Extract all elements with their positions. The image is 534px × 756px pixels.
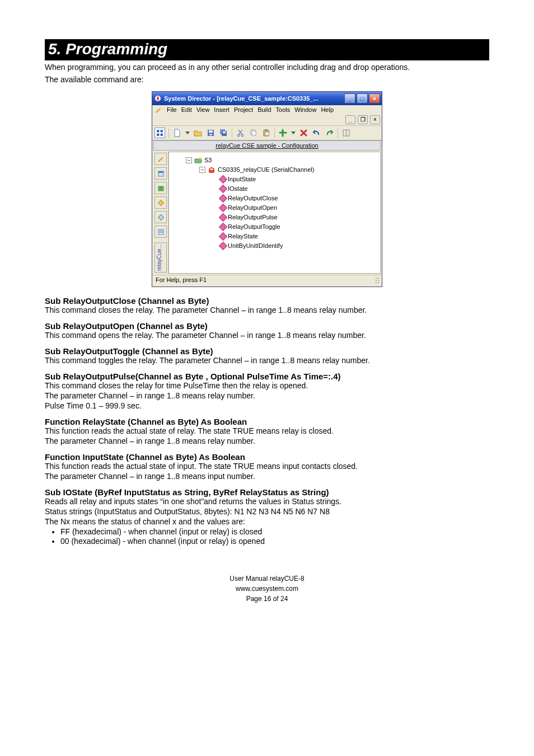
command-description: This command closes the relay for time P… [45,381,489,390]
grid-icon[interactable] [154,128,165,138]
tree-item-label: RelayOutputClose [228,194,278,203]
collapse-icon[interactable]: – [199,167,205,173]
command-heading: Sub RelayOutputClose (Channel as Byte) [45,296,489,306]
tree-item[interactable]: RelayOutputClose [171,194,378,203]
sidetab-component-icon[interactable] [154,196,167,209]
sidetab-wizard-icon[interactable] [154,153,167,165]
svg-rect-1 [157,130,159,132]
menu-help[interactable]: Help [321,106,334,114]
tree-root[interactable]: – S3 [171,156,378,165]
sidetab-window-icon[interactable] [154,167,167,180]
intro-paragraph-1: When programming, you can proceed as in … [45,63,489,73]
mdi-close-button[interactable]: × [370,115,380,124]
footer-page: Page 16 of 24 [45,594,489,604]
command-description: This command opens the relay. The parame… [45,331,489,340]
menu-view[interactable]: View [196,106,210,114]
open-icon[interactable] [193,128,203,138]
tree-item-label: InputState [228,175,256,184]
command-description: The parameter Channel – in range 1..8 me… [45,391,489,400]
menu-build[interactable]: Build [257,106,271,114]
svg-point-29 [199,157,202,159]
command-description: This command closes the relay. The param… [45,306,489,314]
tree-item-label: RelayOutputOpen [228,203,277,213]
command-description: The parameter Channel – in range 1..8 me… [45,436,489,445]
tree-item-label: RelayOutputPulse [228,213,278,222]
app-screenshot: System Director - [relayCue_CSE_sample:C… [45,91,489,287]
command-heading: Function RelayState (Channel as Byte) As… [45,417,489,426]
split-icon[interactable] [341,128,351,138]
titlebar[interactable]: System Director - [relayCue_CSE_sample:C… [152,92,382,105]
method-icon [219,223,227,231]
serial-channel-icon [208,166,216,174]
command-description: Pulse Time 0.1 – 999.9 sec. [45,401,489,410]
command-value-list: FF (hexadecimal) - when channel (input o… [60,527,489,546]
app-icon [154,95,162,102]
method-icon [219,185,227,192]
save-icon[interactable] [206,128,216,138]
copy-icon[interactable] [249,128,258,138]
tree-item[interactable]: IOstate [171,184,378,194]
tree-root-label: S3 [204,156,212,165]
document-tab-header[interactable]: relayCue CSE sample - Configuration [153,140,381,151]
command-description: Status strings (InputStatus and OutputSt… [45,507,489,516]
add-dropdown-icon[interactable] [291,132,296,134]
menu-tools[interactable]: Tools [276,106,291,114]
svg-rect-21 [158,171,163,173]
redo-icon[interactable] [325,128,334,138]
command-heading: Function InputState (Channel as Byte) As… [45,452,489,462]
tree-item-label: UnitByUnitIDIdentify [228,241,283,251]
window-title: System Director - [relayCue_CSE_sample:C… [164,95,343,102]
tree-item[interactable]: RelayOutputPulse [171,213,378,222]
tree-item[interactable]: InputState [171,175,378,184]
tree-item[interactable]: RelayState [171,232,378,241]
mdi-minimize-button[interactable]: _ [345,115,355,124]
menu-window[interactable]: Window [294,106,316,114]
tree-item-label: RelayState [228,232,258,241]
controller-icon [194,157,202,165]
tree-item-label: RelayOutputToggle [228,222,280,232]
footer-manual: User Manual relayCUE-8 [45,574,489,584]
command-description: This function reads the actual state of … [45,426,489,435]
configuration-tree[interactable]: – S3 – CS0335_relayCUE (SerialChannel) I… [168,152,381,274]
method-icon [219,195,227,202]
svg-rect-23 [158,214,163,220]
command-heading: Sub RelayOutputToggle (Channel as Byte) [45,346,489,356]
save-all-icon[interactable] [219,128,228,138]
menu-project[interactable]: Project [234,106,253,114]
undo-icon[interactable] [312,128,321,138]
method-icon [219,233,227,241]
new-file-icon[interactable] [172,128,182,138]
menu-insert[interactable]: Insert [214,106,229,114]
list-item: 00 (hexadecimal) - when channel (input o… [60,537,489,546]
tree-item[interactable]: UnitByUnitIDIdentify [171,241,378,251]
sidetab-diamond-icon[interactable] [154,211,167,223]
minimize-button[interactable]: _ [344,93,355,104]
side-label[interactable]: relayCue... [154,242,167,273]
svg-rect-16 [265,129,268,131]
svg-rect-22 [158,200,163,205]
maximize-button[interactable]: □ [357,93,368,104]
menu-edit[interactable]: Edit [181,106,192,114]
delete-icon[interactable] [299,128,308,138]
collapse-icon[interactable]: – [186,157,192,163]
resize-grip-icon[interactable]: ⠿ [374,276,378,285]
tree-item[interactable]: RelayOutputToggle [171,222,378,232]
page-footer: User Manual relayCUE-8 www.cuesystem.com… [45,574,489,604]
method-icon [219,204,227,212]
close-button[interactable]: × [369,93,380,104]
command-heading: Sub IOState (ByRef InputStatus as String… [45,487,489,497]
cut-icon[interactable] [236,128,245,138]
statusbar: For Help, press F1 ⠿ [152,275,382,287]
sidetab-list-icon[interactable] [154,226,167,238]
new-dropdown-icon[interactable] [185,132,190,134]
add-icon[interactable] [278,128,288,138]
mdi-restore-button[interactable]: ❐ [358,115,368,124]
sidetab-book-icon[interactable] [154,182,167,194]
list-item: FF (hexadecimal) - when channel (input o… [60,527,489,536]
tree-channel[interactable]: – CS0335_relayCUE (SerialChannel) [171,165,378,175]
svg-rect-10 [223,132,226,133]
status-text: For Help, press F1 [156,276,207,285]
tree-item[interactable]: RelayOutputOpen [171,203,378,213]
paste-icon[interactable] [261,128,271,138]
menu-file[interactable]: File [167,106,177,114]
